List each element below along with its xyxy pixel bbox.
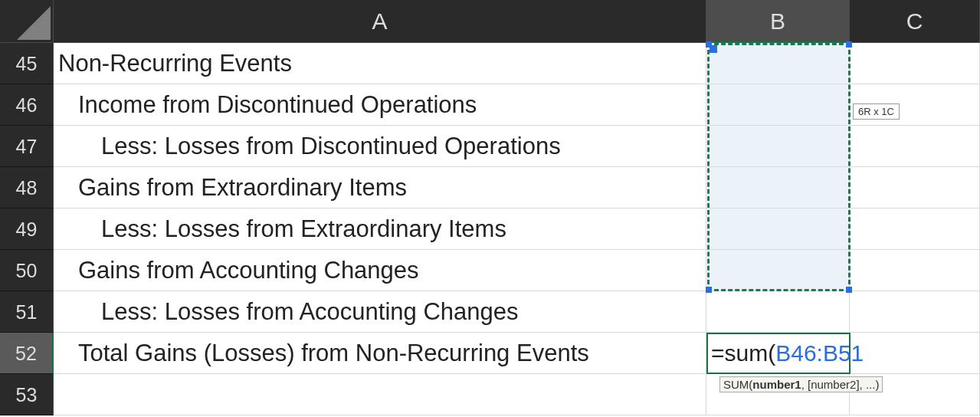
cell-C50[interactable] (850, 250, 980, 291)
formula-input[interactable]: =sum(B46:B51 (711, 340, 864, 366)
row-header-52[interactable]: 52 (0, 333, 54, 374)
tooltip-arg-bold[interactable]: number1 (752, 378, 801, 391)
selection-size-hint: 6R x 1C (853, 103, 900, 120)
row-header-45[interactable]: 45 (0, 43, 54, 84)
cell-B48[interactable] (706, 167, 850, 208)
cell-C52[interactable] (850, 333, 980, 374)
tooltip-rest: , [number2], ...) (801, 378, 880, 391)
row-header-46[interactable]: 46 (0, 84, 54, 126)
cell-A45[interactable]: Non-Recurring Events (54, 43, 706, 84)
cell-B45[interactable] (706, 43, 850, 84)
cell-A53[interactable] (54, 374, 706, 415)
cell-B52[interactable]: =sum(B46:B51 (706, 333, 850, 374)
formula-tooltip[interactable]: SUM(number1, [number2], ...) (719, 376, 883, 392)
col-header-C[interactable]: C (850, 0, 980, 43)
row-header-47[interactable]: 47 (0, 126, 54, 167)
row-header-53[interactable]: 53 (0, 374, 54, 415)
cell-B51[interactable] (706, 291, 850, 333)
cell-C51[interactable] (850, 291, 980, 333)
cell-C49[interactable] (850, 208, 980, 250)
cell-A49[interactable]: Less: Losses from Extraordinary Items (54, 208, 706, 250)
cell-A51[interactable]: Less: Losses from Acocunting Changes (54, 291, 706, 333)
select-all-corner[interactable] (0, 0, 54, 43)
cell-C47[interactable] (850, 126, 980, 167)
row-header-48[interactable]: 48 (0, 167, 54, 208)
cell-A50[interactable]: Gains from Accounting Changes (54, 250, 706, 291)
cell-A48[interactable]: Gains from Extraordinary Items (54, 167, 706, 208)
row-header-50[interactable]: 50 (0, 250, 54, 291)
cell-B47[interactable] (706, 126, 850, 167)
cell-B49[interactable] (706, 208, 850, 250)
cell-B50[interactable] (706, 250, 850, 291)
row-header-51[interactable]: 51 (0, 291, 54, 333)
cell-A52[interactable]: Total Gains (Losses) from Non-Recurring … (54, 333, 706, 374)
col-header-A[interactable]: A (54, 0, 706, 43)
cell-A46[interactable]: Income from Discontinued Operations (54, 84, 706, 126)
cell-B46[interactable] (706, 84, 850, 126)
formula-prefix: =sum( (711, 340, 775, 366)
cell-C45[interactable] (850, 43, 980, 84)
cell-C48[interactable] (850, 167, 980, 208)
row-header-49[interactable]: 49 (0, 208, 54, 250)
col-header-B[interactable]: B (706, 0, 850, 43)
formula-range-ref: B46:B51 (775, 340, 864, 366)
cell-A47[interactable]: Less: Losses from Discontinued Operation… (54, 126, 706, 167)
tooltip-fn[interactable]: SUM( (723, 378, 752, 391)
